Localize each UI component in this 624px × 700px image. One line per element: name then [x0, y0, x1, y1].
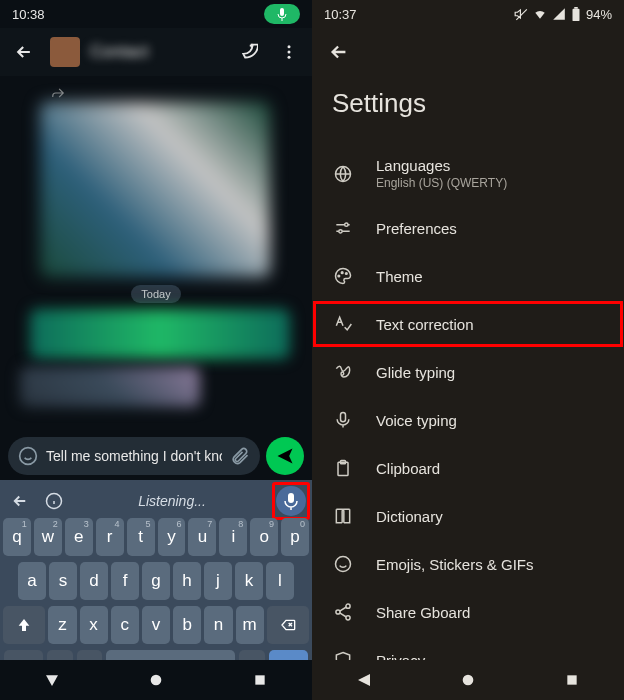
key-q[interactable]: q1	[3, 518, 31, 556]
svg-rect-9	[255, 675, 264, 684]
svg-rect-10	[572, 9, 579, 21]
svg-point-17	[346, 273, 348, 275]
settings-item-preferences[interactable]: Preferences	[312, 204, 624, 252]
back-button[interactable]	[8, 36, 40, 68]
svg-point-15	[338, 275, 340, 277]
outgoing-message[interactable]	[30, 309, 302, 359]
settings-item-label: Theme	[376, 268, 423, 285]
status-time: 10:38	[12, 7, 45, 22]
key-k[interactable]: k	[235, 562, 263, 600]
svg-point-4	[20, 448, 37, 465]
key-j[interactable]: j	[204, 562, 232, 600]
key-r[interactable]: r4	[96, 518, 124, 556]
svg-rect-26	[567, 675, 576, 684]
key-e[interactable]: e3	[65, 518, 93, 556]
key-s[interactable]: s	[49, 562, 77, 600]
status-bar-right: 10:37 94%	[312, 0, 624, 28]
svg-point-1	[288, 45, 291, 48]
settings-item-dictionary[interactable]: Dictionary	[312, 492, 624, 540]
emoji-icon	[332, 554, 354, 574]
settings-item-voice-typing[interactable]: Voice typing	[312, 396, 624, 444]
battery-pct: 94%	[586, 7, 612, 22]
svg-point-3	[288, 56, 291, 59]
key-w[interactable]: w2	[34, 518, 62, 556]
settings-item-label: Languages	[376, 157, 507, 174]
settings-item-subtitle: English (US) (QWERTY)	[376, 176, 507, 190]
incoming-message-2[interactable]	[20, 367, 200, 407]
nav-home[interactable]	[460, 672, 476, 688]
svg-point-16	[341, 272, 343, 274]
key-d[interactable]: d	[80, 562, 108, 600]
nav-back[interactable]	[44, 672, 60, 688]
spellcheck-icon	[332, 314, 354, 334]
forward-icon	[50, 86, 302, 100]
nav-recent[interactable]	[564, 672, 580, 688]
svg-rect-11	[574, 7, 578, 9]
message-input-container[interactable]	[8, 437, 260, 475]
key-o[interactable]: o9	[250, 518, 278, 556]
settings-item-theme[interactable]: Theme	[312, 252, 624, 300]
avatar[interactable]	[50, 37, 80, 67]
key-v[interactable]: v	[142, 606, 170, 644]
settings-item-label: Glide typing	[376, 364, 455, 381]
settings-item-label: Dictionary	[376, 508, 443, 525]
video-call-button[interactable]	[230, 35, 264, 69]
key-u[interactable]: u7	[188, 518, 216, 556]
message-input-row	[0, 432, 312, 480]
settings-item-label: Preferences	[376, 220, 457, 237]
chat-contact-name[interactable]: Contact	[90, 42, 220, 62]
status-bar-left: 10:38	[0, 0, 312, 28]
settings-item-languages[interactable]: LanguagesEnglish (US) (QWERTY)	[312, 143, 624, 204]
key-p[interactable]: p0	[281, 518, 309, 556]
chat-messages[interactable]: Today	[0, 76, 312, 432]
svg-rect-18	[341, 413, 346, 422]
emoji-icon[interactable]	[18, 446, 38, 466]
signal-icon	[552, 7, 566, 21]
key-n[interactable]: n	[204, 606, 232, 644]
battery-icon	[571, 7, 581, 21]
key-t[interactable]: t5	[127, 518, 155, 556]
attach-icon[interactable]	[230, 446, 250, 466]
key-h[interactable]: h	[173, 562, 201, 600]
nav-bar-right	[312, 660, 624, 700]
key-g[interactable]: g	[142, 562, 170, 600]
sliders-icon	[332, 218, 354, 238]
message-input[interactable]	[46, 448, 222, 464]
key-z[interactable]: z	[48, 606, 76, 644]
key-b[interactable]: b	[173, 606, 201, 644]
key-a[interactable]: a	[18, 562, 46, 600]
key-backspace[interactable]	[267, 606, 309, 644]
settings-item-text-correction[interactable]: Text correction	[312, 300, 624, 348]
key-l[interactable]: l	[266, 562, 294, 600]
nav-bar-left	[0, 660, 312, 700]
key-x[interactable]: x	[80, 606, 108, 644]
chat-header: Contact	[0, 28, 312, 76]
incoming-message[interactable]	[40, 102, 302, 277]
mic-icon	[332, 410, 354, 430]
nav-back[interactable]	[356, 672, 372, 688]
back-button[interactable]	[328, 41, 350, 63]
svg-point-13	[345, 223, 348, 226]
settings-item-glide-typing[interactable]: Glide typing	[312, 348, 624, 396]
menu-button[interactable]	[274, 37, 304, 67]
gesture-icon	[332, 362, 354, 382]
mute-icon	[514, 7, 528, 21]
svg-point-14	[339, 230, 342, 233]
key-c[interactable]: c	[111, 606, 139, 644]
globe-icon	[332, 164, 354, 184]
key-shift[interactable]	[3, 606, 45, 644]
kbd-back-button[interactable]	[6, 487, 34, 515]
key-i[interactable]: i8	[219, 518, 247, 556]
kbd-info-button[interactable]	[40, 487, 68, 515]
recording-indicator[interactable]	[264, 4, 300, 24]
nav-home[interactable]	[148, 672, 164, 688]
key-y[interactable]: y6	[158, 518, 186, 556]
key-m[interactable]: m	[236, 606, 264, 644]
voice-input-button[interactable]	[276, 486, 306, 516]
settings-item-share-gboard[interactable]: Share Gboard	[312, 588, 624, 636]
settings-item-emojis-stickers-gifs[interactable]: Emojis, Stickers & GIFs	[312, 540, 624, 588]
nav-recent[interactable]	[252, 672, 268, 688]
send-button[interactable]	[266, 437, 304, 475]
settings-item-clipboard[interactable]: Clipboard	[312, 444, 624, 492]
key-f[interactable]: f	[111, 562, 139, 600]
